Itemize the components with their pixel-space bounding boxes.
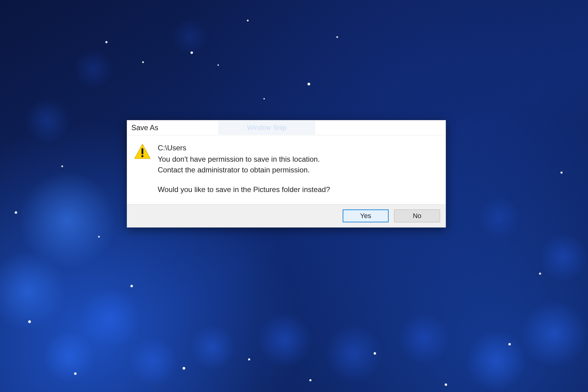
svg-point-2 xyxy=(141,155,144,157)
message-line-2: Contact the administrator to obtain perm… xyxy=(158,165,439,175)
no-button[interactable]: No xyxy=(394,209,440,222)
yes-button[interactable]: Yes xyxy=(343,209,389,222)
message-path: C:\Users xyxy=(158,143,439,153)
message-line-1: You don't have permission to save in thi… xyxy=(158,154,439,165)
dialog-message: C:\Users You don't have permission to sa… xyxy=(158,143,439,195)
warning-icon xyxy=(134,143,158,159)
dialog-body: C:\Users You don't have permission to sa… xyxy=(127,135,446,204)
dialog-title: Save As xyxy=(131,123,158,132)
ghost-window-snip-overlay: Window Snip xyxy=(218,121,315,134)
svg-rect-1 xyxy=(141,148,143,154)
dialog-button-row: Yes No xyxy=(127,204,446,227)
desktop-background: Save As Window Snip C:\Users You don't h… xyxy=(0,0,588,392)
dialog-titlebar[interactable]: Save As Window Snip xyxy=(127,120,446,135)
message-line-3: Would you like to save in the Pictures f… xyxy=(158,184,439,195)
save-as-dialog: Save As Window Snip C:\Users You don't h… xyxy=(127,120,446,228)
